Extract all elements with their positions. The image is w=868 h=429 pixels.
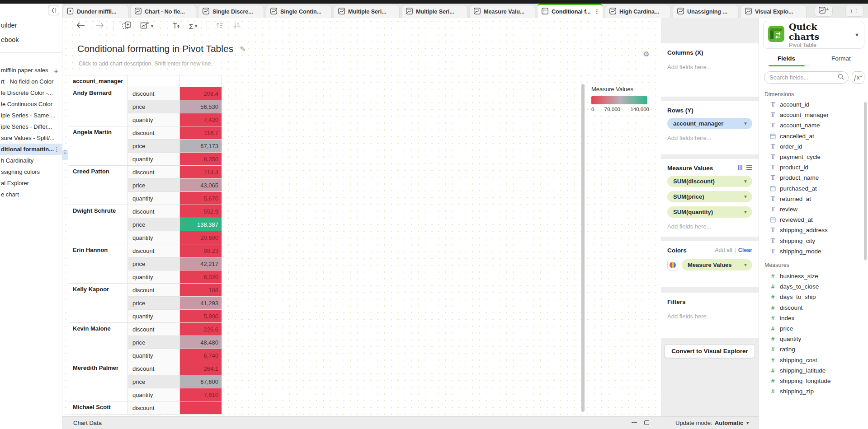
measure-cell[interactable]: quantity <box>128 310 180 323</box>
measure-item-days_to_ship[interactable]: #days_to_ship <box>764 292 862 302</box>
measure-cell[interactable]: price <box>128 218 180 231</box>
value-cell[interactable]: 56,530 <box>180 100 222 113</box>
measure-item-discount[interactable]: #discount <box>764 303 862 313</box>
manager-cell[interactable]: Dwight Schrute <box>69 205 128 244</box>
measure-cell[interactable]: price <box>128 100 180 113</box>
manager-cell[interactable]: Creed Patton <box>69 166 128 205</box>
sidebar-item[interactable]: h Cardinality <box>0 155 62 166</box>
maximize-icon[interactable] <box>644 420 649 425</box>
tab-high-cardina[interactable]: High Cardina... <box>605 5 671 18</box>
aggregate-icon[interactable]: Σ▼ <box>189 23 198 30</box>
dimension-item-order_id[interactable]: Torder_id <box>764 141 862 152</box>
convert-to-visual-explorer-button[interactable]: Convert to Visual Explorer <box>665 344 755 358</box>
new-chart-tab-button[interactable]: + <box>815 5 833 17</box>
back-icon[interactable] <box>76 22 86 31</box>
sidebar-item[interactable]: ssigning colors <box>0 166 62 177</box>
manager-cell[interactable]: Meredith Palmer <box>69 362 128 401</box>
value-cell[interactable]: 67,600 <box>180 375 222 388</box>
tab-single-discre[interactable]: Single Discre... <box>198 5 264 18</box>
measure-cell[interactable]: discount <box>128 284 180 297</box>
measure-item-shipping_cost[interactable]: #shipping_cost <box>764 355 862 365</box>
gear-icon[interactable]: ⚙ <box>643 50 649 58</box>
tab-chart-no-fie[interactable]: Chart - No fie... <box>130 5 196 18</box>
measure-cell[interactable]: quantity <box>128 388 180 401</box>
update-mode-value[interactable]: Automatic <box>715 420 744 426</box>
value-cell[interactable]: 98.23 <box>180 244 222 257</box>
tab-multiple-seri[interactable]: Multiple Seri... <box>401 5 467 18</box>
value-cell[interactable]: 188 <box>180 284 222 297</box>
measure-cell[interactable]: quantity <box>128 192 180 205</box>
rows-layout-icon[interactable] <box>746 165 752 170</box>
dimension-item-review[interactable]: Treview <box>764 204 862 214</box>
measure-item-shipping_longitude[interactable]: #shipping_longitude <box>764 376 862 386</box>
dimension-item-shipping_city[interactable]: Tshipping_city <box>764 235 862 246</box>
tab-measure-valu[interactable]: Measure Valu... <box>469 5 535 18</box>
value-cell[interactable]: 138,387 <box>180 218 222 231</box>
item-menu-icon[interactable]: ⋮ <box>54 144 60 155</box>
dimension-item-account_manager[interactable]: Taccount_manager <box>764 110 862 120</box>
measure-cell[interactable]: discount <box>128 244 180 257</box>
measure-cell[interactable]: quantity <box>128 270 180 284</box>
dimension-item-account_name[interactable]: Taccount_name <box>764 120 862 131</box>
dimension-item-product_name[interactable]: Tproduct_name <box>764 173 862 183</box>
value-cell[interactable]: 5,670 <box>180 192 222 205</box>
sidebar-item[interactable]: al Explorer <box>0 177 62 189</box>
value-cell[interactable]: 43,065 <box>180 179 222 192</box>
value-cell[interactable]: 8,350 <box>180 153 222 166</box>
remove-chart-icon[interactable]: ▼ <box>140 21 154 31</box>
sidebar-item[interactable]: le Discrete Color -... <box>0 87 62 98</box>
value-cell[interactable]: 226.6 <box>180 323 222 336</box>
value-cell[interactable]: 42,217 <box>180 257 222 270</box>
sidebar-item[interactable]: iple Series - Same ... <box>0 110 62 121</box>
value-cell[interactable]: 7,420 <box>180 113 222 126</box>
measure-item-days_to_close[interactable]: #days_to_close <box>764 281 862 292</box>
dimension-item-shipping_mode[interactable]: Tshipping_mode <box>764 246 862 256</box>
measure-cell[interactable]: discount <box>128 126 180 140</box>
measure-field-pill[interactable]: SUM(discount)▼ <box>667 176 752 187</box>
dimension-item-product_id[interactable]: Tproduct_id <box>764 162 862 173</box>
value-cell[interactable]: 7,610 <box>180 388 222 401</box>
measure-item-quantity[interactable]: #quantity <box>764 334 862 344</box>
chart-title[interactable]: Conditional formatting in Pivot Tables <box>77 43 233 54</box>
value-cell[interactable]: 48,480 <box>180 336 222 349</box>
formula-field-button[interactable]: ƒx⁺ <box>852 71 864 84</box>
tab-dunder-miffli[interactable]: Dunder miffli... <box>62 5 128 18</box>
manager-cell[interactable]: Andy Bernard <box>69 87 128 126</box>
add-all-link[interactable]: Add all <box>715 247 732 253</box>
tab-multiple-seri[interactable]: Multiple Seri... <box>334 5 400 18</box>
value-cell[interactable]: 41,293 <box>180 297 222 310</box>
chart-description-placeholder[interactable]: Click to add chart description. Shift-en… <box>79 61 212 67</box>
dimension-item-shipping_address[interactable]: Tshipping_address <box>764 225 862 235</box>
value-cell[interactable]: 6,020 <box>180 270 222 284</box>
sidebar-item[interactable]: mifflin paper sales <box>0 65 62 76</box>
measure-cell[interactable]: discount <box>128 362 180 375</box>
columns-layout-icon[interactable] <box>738 165 743 170</box>
measure-item-business_size[interactable]: #business_size <box>764 271 862 281</box>
fields-scrollbar[interactable] <box>864 102 867 260</box>
value-cell[interactable]: 264.1 <box>180 362 222 375</box>
value-cell[interactable]: 116.7 <box>180 126 222 140</box>
measure-cell[interactable]: price <box>128 336 180 349</box>
value-cell[interactable]: 5,900 <box>180 310 222 323</box>
sidebar-item[interactable]: rt - No field on Color <box>0 76 62 87</box>
transpose-icon[interactable] <box>172 22 180 31</box>
filters-dropzone[interactable]: Add fields here... <box>667 313 752 320</box>
dimension-item-returned_at[interactable]: Treturned_at <box>764 194 862 204</box>
sidebar-item-selected[interactable]: ditional formattin...⋮ <box>0 144 62 155</box>
rows-field-pill[interactable]: account_manager▼ <box>667 118 752 129</box>
chart-data-label[interactable]: Chart Data <box>73 420 102 426</box>
sidebar-item[interactable]: iple Series - Differ... <box>0 121 62 132</box>
sidebar-item[interactable]: le Continuous Color <box>0 98 62 110</box>
measure-item-shipping_latitude[interactable]: #shipping_latitude <box>764 365 862 376</box>
manager-cell[interactable]: Angela Martin <box>69 126 128 166</box>
measure-cell[interactable]: discount <box>128 166 180 179</box>
measure-cell[interactable]: quantity <box>128 153 180 166</box>
measure-cell[interactable]: quantity <box>128 349 180 362</box>
columns-x-dropzone[interactable]: Add fields here... <box>667 64 752 70</box>
measure-cell[interactable]: price <box>128 140 180 153</box>
measure-cell[interactable]: quantity <box>128 231 180 244</box>
measure-cell[interactable]: quantity <box>128 113 180 126</box>
table-scrollbar[interactable] <box>581 84 585 412</box>
measure-cell[interactable]: discount <box>128 323 180 336</box>
dimension-item-reviewed_at[interactable]: reviewed_at <box>764 214 862 225</box>
